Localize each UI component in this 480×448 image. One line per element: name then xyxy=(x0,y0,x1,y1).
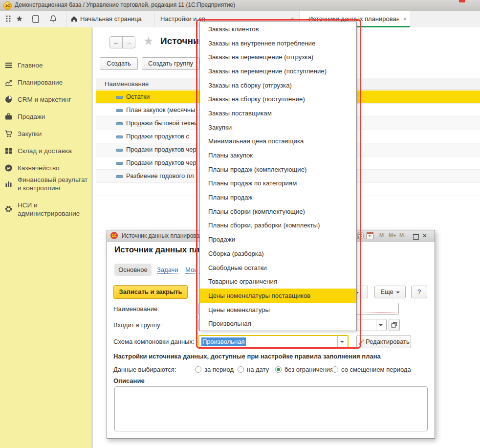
radio-za-period[interactable] xyxy=(195,366,201,373)
ruble-icon: P xyxy=(4,164,13,172)
sidebar-item-label: Планирование xyxy=(18,78,88,87)
dropdown-option[interactable]: Планы продаж xyxy=(200,190,356,204)
dropdown-option[interactable]: Закупки xyxy=(200,120,356,134)
warehouse-icon xyxy=(4,147,13,155)
sidebar-item-label: НСИ и администрирование xyxy=(18,201,88,218)
dropdown-option[interactable]: Заказы на сборку (отгрузка) xyxy=(200,78,356,92)
save-and-close-button[interactable]: Записать и закрыть xyxy=(113,285,188,299)
row-label: Остатки xyxy=(126,93,150,100)
dropdown-option[interactable]: Заказы на сборку (поступление) xyxy=(200,92,356,106)
dropdown-option[interactable]: Заказы на перемещение (поступление) xyxy=(200,64,356,78)
calendar-icon[interactable]: 31 xyxy=(367,232,373,239)
item-dash-icon xyxy=(116,135,123,138)
tab-close-icon[interactable]: × xyxy=(403,15,407,22)
dropdown-option[interactable]: Цены номенклатуры xyxy=(200,303,356,317)
briefcase-icon xyxy=(4,112,13,121)
memory-m-button[interactable]: M xyxy=(379,232,384,238)
row-label: Продажи продуктов чер xyxy=(126,159,196,166)
svg-text:P: P xyxy=(7,166,10,171)
dropdown-option[interactable]: Произвольная xyxy=(200,316,356,331)
dropdown-option[interactable]: Планы продаж по категориям xyxy=(200,177,356,191)
item-dash-icon xyxy=(116,96,123,99)
radio-na-datu[interactable] xyxy=(238,366,244,373)
open-group-button[interactable] xyxy=(389,319,400,331)
schema-field-label: Схема компоновки данных: xyxy=(113,338,195,345)
dropdown-option[interactable]: Заказы на внутреннее потребление xyxy=(200,36,356,50)
window-close-button[interactable] xyxy=(459,0,465,2)
sidebar-item-label: Закупки xyxy=(18,130,88,138)
tab-label: Начальная страница xyxy=(80,15,142,22)
back-arrow-icon: ← xyxy=(113,39,119,46)
create-group-button[interactable]: Создать группу xyxy=(142,57,199,70)
dropdown-option[interactable]: Сборка (разборка) xyxy=(200,246,356,261)
apps-menu-icon[interactable] xyxy=(4,15,13,23)
forward-arrow-icon: → xyxy=(126,39,132,46)
favorites-star-icon[interactable]: ★ xyxy=(16,14,24,22)
dialog-tab-tasks[interactable]: Задачи xyxy=(157,266,178,274)
back-button[interactable]: ← xyxy=(109,36,123,48)
dialog-tab-main[interactable]: Основное xyxy=(114,264,152,276)
sidebar-item-label: Главное xyxy=(18,61,88,69)
chevron-down-icon xyxy=(379,324,383,326)
schema-combo-input[interactable]: Произвольная xyxy=(198,335,349,348)
dropdown-option[interactable]: Минимальная цена поставщика xyxy=(200,134,356,149)
description-label: Описание xyxy=(113,377,145,384)
bar-chart-icon xyxy=(4,179,13,188)
create-button[interactable]: Создать xyxy=(100,57,138,70)
favorite-star-icon[interactable]: ★ xyxy=(143,34,154,48)
dropdown-option[interactable]: Цены номенклатуры поставщиков xyxy=(200,289,356,303)
more-button[interactable]: Еще xyxy=(374,286,406,298)
schema-selected-value: Произвольная xyxy=(201,337,246,346)
combo-dropdown-button[interactable] xyxy=(337,336,348,347)
app-logo-icon: 1С xyxy=(3,1,12,10)
memory-m-minus-button[interactable]: M- xyxy=(399,232,406,238)
dropdown-option[interactable]: Продажи xyxy=(200,232,356,246)
dropdown-option[interactable]: Планы продаж (комплектующие) xyxy=(200,162,356,177)
item-dash-icon xyxy=(116,109,123,112)
memory-m-plus-button[interactable]: M+ xyxy=(389,232,396,238)
calculator-icon[interactable] xyxy=(357,232,364,239)
dialog-close-icon[interactable]: × xyxy=(423,232,427,239)
edit-schema-button[interactable]: Редактировать xyxy=(356,335,411,348)
sidebar-item-label: Склад и доставка xyxy=(18,147,88,155)
dropdown-option[interactable]: Заказы на перемещение (отгрузка) xyxy=(200,50,356,64)
notifications-bell-icon[interactable] xyxy=(49,15,58,23)
dropdown-option[interactable]: Товарные ограничения xyxy=(200,274,356,289)
dropdown-option[interactable]: Заказы клиентов xyxy=(200,22,356,36)
window-title: Демонстрационная база / Управление торго… xyxy=(15,1,235,8)
window-titlebar: 1С Демонстрационная база / Управление то… xyxy=(0,0,480,11)
home-icon xyxy=(70,15,78,22)
forward-button[interactable]: → xyxy=(122,36,135,48)
item-dash-icon xyxy=(116,175,123,178)
combo-dropdown-button[interactable] xyxy=(376,319,386,331)
chevron-down-icon xyxy=(340,341,344,343)
dropdown-option[interactable]: Планы сборки (комплектующие) xyxy=(200,204,356,219)
help-button[interactable]: ? xyxy=(411,286,427,298)
radio-bez-ogranicheniya[interactable] xyxy=(275,366,282,373)
more-label: Еще xyxy=(380,288,393,295)
sidebar-item-label: CRM и маркетинг xyxy=(18,95,88,104)
radio-label[interactable]: за период xyxy=(204,366,234,373)
dropdown-option[interactable]: Заказы поставщикам xyxy=(200,106,356,120)
pie-chart-icon xyxy=(4,95,13,104)
row-label: Разбиение годового пл xyxy=(126,172,194,179)
row-label: Продажи продуктов с xyxy=(126,133,189,140)
history-icon[interactable] xyxy=(31,15,40,23)
section-sidebar: Главное Планирование CRM и маркетинг Про… xyxy=(0,27,93,448)
schema-dropdown-list: Заказы клиентов Заказы на внутреннее пот… xyxy=(199,22,357,331)
planning-icon xyxy=(4,78,13,87)
radio-label[interactable]: без ограничения xyxy=(284,366,333,373)
maximize-icon[interactable] xyxy=(413,234,419,240)
tab-home[interactable]: Начальная страница xyxy=(66,11,153,27)
sidebar-item-label: Продажи xyxy=(18,112,88,121)
app-window: 1С Демонстрационная база / Управление то… xyxy=(0,0,480,448)
dropdown-option[interactable]: Планы закупок xyxy=(200,148,356,162)
radio-label[interactable]: на дату xyxy=(247,366,269,373)
magic-wand-icon xyxy=(358,338,366,345)
radio-so-smescheniem[interactable] xyxy=(332,366,338,373)
description-textarea[interactable] xyxy=(114,386,428,431)
radio-label[interactable]: со смещением периода xyxy=(341,366,411,373)
dropdown-option[interactable]: Планы сборки, разборки (комплекты) xyxy=(200,219,356,233)
dropdown-option[interactable]: Свободные остатки xyxy=(200,261,356,275)
item-dash-icon xyxy=(116,149,123,152)
